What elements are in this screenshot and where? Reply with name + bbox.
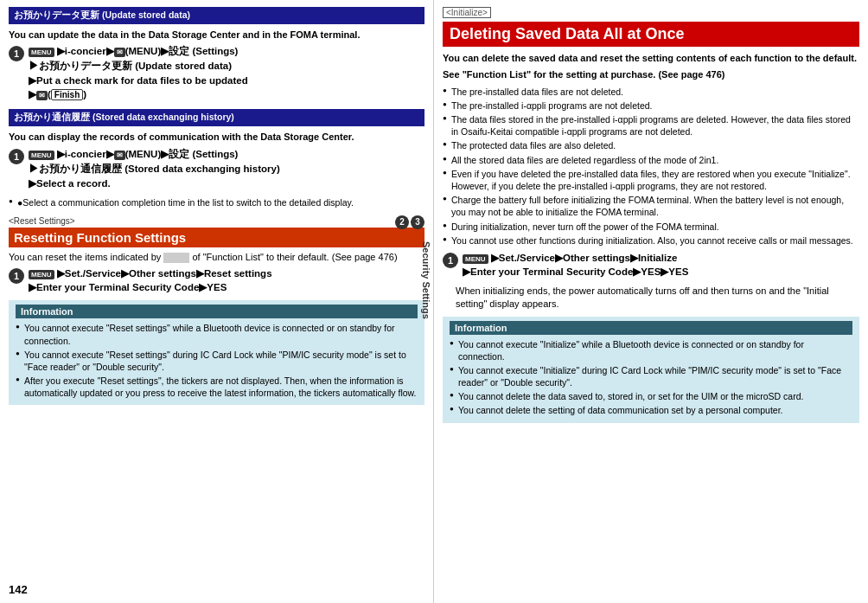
info-header-left: Information — [16, 305, 418, 318]
right-bullet-0: The pre-installed data files are not del… — [443, 86, 859, 98]
step1-line4: ▶✉(Finish) — [29, 88, 424, 100]
menu-icon4: ✉ — [114, 151, 125, 160]
menu-icon: MENU — [29, 48, 54, 57]
section2-step1: 1 MENU ▶i-concier▶✉(MENU)▶設定 (Settings) … — [9, 148, 424, 191]
right-bullet-2: The data files stored in the pre-install… — [443, 113, 859, 138]
reset-tag: <Reset Settings> — [9, 216, 75, 226]
section1-header: お預かりデータ更新 (Update stored data) — [9, 7, 424, 24]
menu-num-2: 2 — [395, 215, 409, 229]
step1-line2: ▶お預かりデータ更新 (Update stored data) — [29, 60, 424, 73]
step2-number: 1 — [9, 149, 24, 164]
side-label: Security Settings — [421, 241, 433, 319]
step1-line1: MENU ▶i-concier▶✉(MENU)▶設定 (Settings) — [29, 45, 424, 58]
right-step-number: 1 — [443, 253, 458, 268]
menu-icon6: MENU — [463, 254, 488, 264]
right-bullet-5: Even if you have deleted the pre-install… — [443, 168, 859, 192]
info-bullet-1: You cannot execute "Reset settings" whil… — [16, 322, 418, 346]
finish-icon: ✉ — [36, 91, 48, 100]
right-bullet-3: The protected data files are also delete… — [443, 139, 859, 151]
info-right-bullet-1: You cannot execute "Initialize" during I… — [450, 364, 852, 388]
section3-step1: 1 MENU ▶Set./Service▶Other settings▶Rese… — [9, 267, 424, 295]
step2-line1: MENU ▶i-concier▶✉(MENU)▶設定 (Settings) — [29, 148, 424, 161]
right-bullet-4: All the stored data files are deleted re… — [443, 154, 859, 166]
finish-box: Finish — [51, 89, 83, 100]
initialize-tag: <Initialize> — [443, 7, 491, 18]
reset-title: Resetting Function Settings — [9, 228, 424, 247]
step3-line1: MENU ▶Set./Service▶Other settings▶Reset … — [29, 267, 424, 279]
menu-icon2: ✉ — [114, 48, 125, 57]
info-bullet-3: After you execute "Reset settings", the … — [16, 375, 418, 399]
section1-step1: 1 MENU ▶i-concier▶✉(MENU)▶設定 (Settings) … — [9, 45, 424, 102]
section1-step-content: MENU ▶i-concier▶✉(MENU)▶設定 (Settings) ▶お… — [29, 45, 424, 102]
right-step-line1: MENU ▶Set./Service▶Other settings▶Initia… — [463, 252, 859, 264]
step-note: When initializing ends, the power automa… — [443, 285, 859, 311]
see-label: See "Function List" for the setting at p… — [443, 68, 859, 81]
section2-intro: You can display the records of communica… — [9, 131, 424, 144]
right-bullet-1: The pre-installed i-αppli programs are n… — [443, 99, 859, 112]
right-step1: 1 MENU ▶Set./Service▶Other settings▶Init… — [443, 252, 859, 279]
right-bullets: The pre-installed data files are not del… — [443, 86, 859, 247]
right-step-content: MENU ▶Set./Service▶Other settings▶Initia… — [463, 252, 859, 279]
section2-note: ●Select a communication completion time … — [9, 196, 424, 208]
info-box-right: Information You cannot execute "Initiali… — [443, 317, 859, 423]
step2-line2: ▶お預かり通信履歴 (Stored data exchanging histor… — [29, 163, 424, 176]
info-header-right: Information — [450, 321, 852, 335]
section2-header: お預かり通信履歴 (Stored data exchanging history… — [9, 109, 424, 126]
step-number-1: 1 — [9, 46, 24, 61]
section1-intro: You can update the data in the Data Stor… — [9, 29, 424, 42]
step3-number: 1 — [9, 268, 24, 284]
reset-header-container: <Reset Settings> 2 3 — [9, 215, 424, 226]
right-bullet-7: During initialization, never turn off th… — [443, 221, 859, 233]
section-reset-settings: <Reset Settings> 2 3 Resetting Function … — [9, 215, 424, 405]
right-bullet-8: You cannot use other functions during in… — [443, 234, 859, 247]
menu-num-3: 3 — [411, 215, 424, 229]
step1-line3: ▶Put a check mark for data files to be u… — [29, 74, 424, 87]
info-right-bullet-0: You cannot execute "Initialize" while a … — [450, 338, 852, 362]
section-stored-history: お預かり通信履歴 (Stored data exchanging history… — [9, 109, 424, 208]
section-update-stored-data: お預かりデータ更新 (Update stored data) You can u… — [9, 7, 424, 102]
menu-icon5: MENU — [29, 270, 54, 279]
info-bullet-2: You cannot execute "Reset settings" duri… — [16, 349, 418, 373]
right-intro: You can delete the saved data and reset … — [443, 52, 859, 65]
highlight-placeholder — [163, 253, 189, 263]
step2-line3: ▶Select a record. — [29, 177, 424, 189]
right-bullet-6: Charge the battery full before initializ… — [443, 194, 859, 218]
info-right-bullet-3: You cannot delete the setting of data co… — [450, 404, 852, 416]
left-panel: Security Settings お預かりデータ更新 (Update stor… — [0, 0, 434, 603]
right-step-line2: ▶Enter your Terminal Security Code▶YES▶Y… — [463, 266, 859, 278]
section3-intro: You can reset the items indicated by of … — [9, 251, 424, 264]
section3-step-content: MENU ▶Set./Service▶Other settings▶Reset … — [29, 267, 424, 295]
section2-step-content: MENU ▶i-concier▶✉(MENU)▶設定 (Settings) ▶お… — [29, 148, 424, 191]
info-box-left: Information You cannot execute "Reset se… — [9, 300, 424, 405]
info-right-bullet-2: You cannot delete the data saved to, sto… — [450, 390, 852, 402]
right-panel: <Initialize> Deleting Saved Data All at … — [434, 0, 868, 603]
menu-icon3: MENU — [29, 151, 54, 160]
step3-line2: ▶Enter your Terminal Security Code▶YES — [29, 281, 424, 293]
page-number: 142 — [9, 583, 28, 596]
right-title: Deleting Saved Data All at Once — [443, 22, 859, 47]
